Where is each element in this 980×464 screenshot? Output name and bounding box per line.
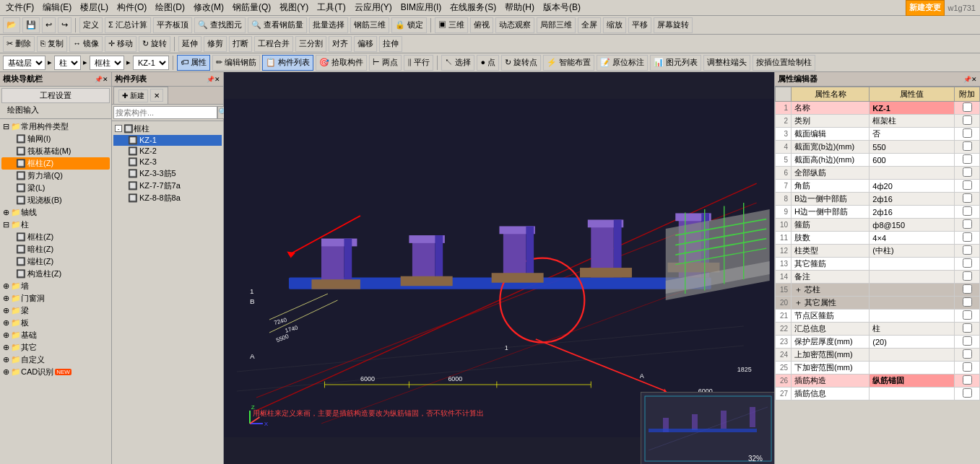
tree-item-other[interactable]: ⊕ 📁 其它 — [1, 341, 110, 354]
comp-subtype-select[interactable]: 框柱 — [90, 56, 124, 70]
tb-move[interactable]: ✛ 移动 — [105, 36, 136, 52]
tb-rotate-point[interactable]: ↻ 旋转点 — [501, 55, 541, 71]
tb-lock[interactable]: 🔒 锁定 — [391, 17, 427, 33]
tb-in-place-label[interactable]: 📝 原位标注 — [597, 55, 648, 71]
comp-tree-kz777[interactable]: 🔲 KZ-7-7筋7a — [113, 180, 222, 192]
prop-row-check[interactable] — [955, 128, 980, 141]
nav-drawing-input[interactable]: 绘图输入 — [1, 103, 110, 117]
tree-item-gjz[interactable]: 🔲 构造柱(Z) — [1, 268, 110, 280]
tb-orbit[interactable]: 动态观察 — [495, 17, 534, 33]
prop-pin-btn[interactable]: 📌 — [963, 76, 971, 83]
tb-undo[interactable]: ↩ — [42, 17, 56, 33]
canvas-viewport[interactable]: 6000 A 6000 6000 1825 22190 7240 1740 55… — [224, 72, 774, 464]
tb-property[interactable]: 🏷 属性 — [177, 55, 210, 71]
tree-item-az[interactable]: 🔲 暗柱(Z) — [1, 243, 110, 255]
menu-online[interactable]: 在线服务(S) — [446, 0, 500, 15]
prop-row-check[interactable] — [955, 102, 980, 115]
tree-item-wall[interactable]: ⊕ 📁 墙 — [1, 280, 110, 292]
tb-pan[interactable]: 平移 — [628, 17, 651, 33]
prop-row-check[interactable] — [955, 375, 980, 388]
tree-item-shearwall[interactable]: 🔲 剪力墙(Q) — [1, 170, 110, 182]
prop-row-check[interactable] — [955, 258, 980, 271]
floor-select[interactable]: 基础层 — [3, 56, 45, 70]
tree-item-grid[interactable]: 🔲 轴网(I) — [1, 133, 110, 145]
tree-item-door[interactable]: ⊕ 📁 门窗洞 — [1, 292, 110, 305]
tb-save[interactable]: 💾 — [22, 17, 40, 33]
prop-row-check[interactable] — [955, 219, 980, 232]
prop-row-check[interactable] — [955, 362, 980, 375]
tb-merge[interactable]: 工程合并 — [254, 36, 293, 52]
comp-tree-framecol-group[interactable]: - 🔲 框柱 — [113, 123, 222, 135]
prop-row-value[interactable]: 2ф16 — [870, 206, 955, 219]
delete-comp-btn[interactable]: ✕ — [150, 89, 163, 102]
prop-row-check[interactable] — [955, 310, 980, 323]
prop-row-value[interactable]: 2ф16 — [870, 193, 955, 206]
tree-item-cad[interactable]: ⊕ 📁 CAD识别 NEW — [1, 366, 110, 378]
comp-tree-kz335[interactable]: 🔲 KZ-3-3筋5 — [113, 167, 222, 180]
nav-pin-btn[interactable]: 📌 — [95, 76, 103, 83]
menu-file[interactable]: 文件(F) — [1, 0, 38, 15]
new-change-btn[interactable]: 新建变更 — [906, 0, 945, 16]
tree-item-common[interactable]: ⊟ 📁 常用构件类型 — [1, 121, 110, 133]
menu-version[interactable]: 版本号(B) — [539, 0, 585, 15]
tree-item-raft[interactable]: 🔲 筏板基础(M) — [1, 145, 110, 157]
prop-row-value[interactable]: 600 — [870, 154, 955, 167]
tb-adjust-end[interactable]: 调整柱端头 — [703, 55, 750, 71]
nav-close-btn[interactable]: ✕ — [103, 76, 108, 83]
project-settings-title[interactable]: 工程设置 — [1, 88, 110, 103]
menu-floor[interactable]: 楼层(L) — [76, 0, 113, 15]
tree-item-custom[interactable]: ⊕ 📁 自定义 — [1, 354, 110, 366]
tb-3d[interactable]: ▣ 三维 — [435, 17, 468, 33]
tb-delete[interactable]: ✂ 删除 — [3, 36, 35, 52]
tb-parallel[interactable]: ∥ 平行 — [404, 55, 433, 71]
comp-type-select[interactable]: 柱 — [54, 56, 81, 70]
tb-two-point[interactable]: ⊢ 两点 — [369, 55, 402, 71]
menu-help[interactable]: 帮助(H) — [500, 0, 539, 15]
tb-split3[interactable]: 三分割 — [295, 36, 326, 52]
tb-mirror[interactable]: ↔ 镜像 — [69, 36, 103, 52]
menu-modify[interactable]: 修改(M) — [189, 0, 228, 15]
tree-item-ban[interactable]: ⊕ 📁 板 — [1, 317, 110, 329]
menu-view[interactable]: 视图(Y) — [275, 0, 313, 15]
comp-tree-kz1[interactable]: 🔲 KZ-1 — [113, 135, 222, 146]
tb-align[interactable]: 对齐 — [329, 36, 352, 52]
menu-bim[interactable]: BIM应用(I) — [396, 0, 446, 15]
tree-item-dz[interactable]: 🔲 端柱(Z) — [1, 255, 110, 268]
prop-row-value[interactable]: (20) — [870, 336, 955, 349]
tb-trim[interactable]: 修剪 — [204, 36, 227, 52]
prop-row-check[interactable] — [955, 115, 980, 128]
tb-calc[interactable]: Σ 汇总计算 — [105, 17, 151, 33]
prop-row-value[interactable]: 框架柱 — [870, 115, 955, 128]
prop-row-check[interactable] — [955, 323, 980, 336]
prop-row-value[interactable]: (中柱) — [870, 245, 955, 258]
tb-comp-list[interactable]: 📋 构件列表 — [262, 55, 313, 71]
tb-fullscreen[interactable]: 全屏 — [578, 17, 601, 33]
menu-cloud[interactable]: 云应用(Y) — [350, 0, 396, 15]
prop-row-check[interactable] — [955, 297, 980, 310]
menu-draw[interactable]: 绘图(D) — [151, 0, 189, 15]
comp-tree-kz3[interactable]: 🔲 KZ-3 — [113, 157, 222, 167]
prop-row-check[interactable] — [955, 180, 980, 193]
prop-row-value[interactable]: 否 — [870, 128, 955, 141]
comp-list-close[interactable]: ✕ — [214, 76, 220, 83]
prop-close-btn[interactable]: ✕ — [971, 76, 977, 83]
prop-row-check[interactable] — [955, 141, 980, 154]
tb-stretch[interactable]: 拉伸 — [379, 36, 402, 52]
menu-edit[interactable]: 编辑(E) — [38, 0, 76, 15]
prop-row-check[interactable] — [955, 388, 980, 400]
menu-tools[interactable]: 工具(T) — [313, 0, 350, 15]
tb-batch-select[interactable]: 批量选择 — [309, 17, 348, 33]
prop-row-check[interactable] — [955, 193, 980, 206]
prop-row-value[interactable]: KZ-1 — [870, 102, 955, 115]
tree-item-framecol[interactable]: 🔲 框柱(Z) — [1, 157, 110, 170]
menu-rebar[interactable]: 钢筋量(Q) — [228, 0, 275, 15]
new-comp-btn[interactable]: ✚ 新建 — [118, 89, 148, 102]
tree-item-kz[interactable]: 🔲 框柱(Z) — [1, 231, 110, 243]
menu-component[interactable]: 构件(O) — [113, 0, 151, 15]
prop-row-check[interactable] — [955, 245, 980, 258]
tree-item-slab[interactable]: 🔲 现浇板(B) — [1, 194, 110, 206]
comp-name-select[interactable]: KZ-1 — [133, 56, 169, 70]
tree-item-axis[interactable]: ⊕ 📁 轴线 — [1, 206, 110, 219]
tb-define[interactable]: 定义 — [79, 17, 103, 33]
tb-file-open[interactable]: 📂 — [3, 17, 20, 33]
